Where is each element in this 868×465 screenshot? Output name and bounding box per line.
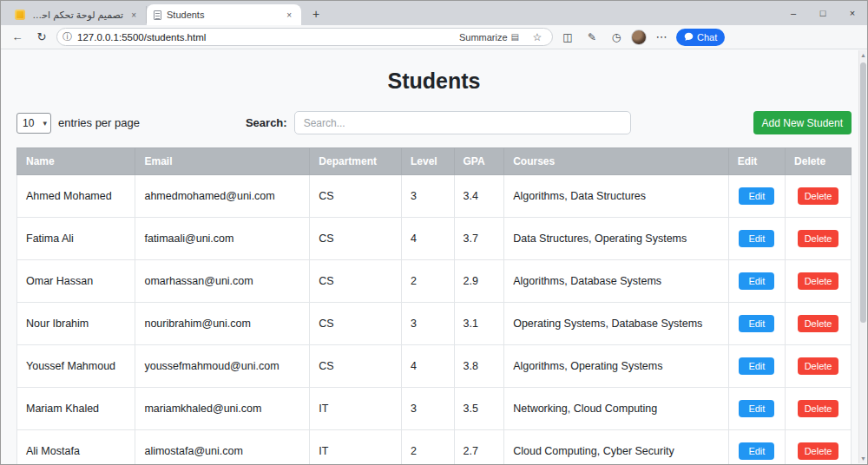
cell-email: youssefmahmoud@uni.com [135, 345, 310, 388]
edit-button[interactable]: Edit [739, 442, 774, 460]
delete-button[interactable]: Delete [798, 442, 839, 460]
edit-button[interactable]: Edit [739, 187, 774, 205]
cell-department: IT [310, 388, 402, 430]
copilot-chat-button[interactable]: Chat [676, 29, 725, 46]
search-label: Search: [246, 116, 287, 129]
cell-name: Omar Hassan [17, 260, 135, 303]
minimize-button[interactable]: – [779, 1, 808, 25]
delete-button[interactable]: Delete [798, 315, 839, 332]
cell-gpa: 3.5 [454, 388, 504, 430]
tab-title: تصميم لوحة تحكم احترافية ونظام إدار [30, 10, 123, 21]
cell-email: fatimaali@uni.com [135, 218, 310, 260]
cell-name: Ali Mostafa [17, 430, 135, 465]
maximize-button[interactable]: □ [808, 1, 838, 25]
scroll-down-icon[interactable]: ▼ [859, 455, 867, 462]
search-group: Search: [246, 111, 631, 134]
profile-avatar[interactable] [631, 29, 647, 45]
summarize-button[interactable]: Summarize ▤ [456, 31, 523, 43]
table-header-row: Name Email Department Level GPA Courses … [17, 148, 852, 175]
split-screen-icon[interactable]: ◫ [558, 28, 577, 47]
cell-courses: Algorithms, Database Systems [504, 260, 729, 303]
edit-button[interactable]: Edit [739, 272, 774, 290]
header-email: Email [135, 148, 310, 175]
scroll-up-icon[interactable]: ▲ [859, 52, 867, 58]
cell-courses: Cloud Computing, Cyber Security [504, 430, 729, 465]
entries-per-page-select[interactable]: 10 ▾ [16, 113, 51, 134]
browser-window: تصميم لوحة تحكم احترافية ونظام إدار × St… [0, 0, 868, 465]
cell-department: CS [310, 175, 402, 218]
cell-email: alimostafa@uni.com [135, 430, 310, 465]
table-row: Youssef Mahmoud youssefmahmoud@uni.com C… [17, 345, 852, 388]
tab-students[interactable]: Students × [147, 4, 301, 25]
favorites-star-icon[interactable]: ☆ [528, 28, 547, 47]
page-title: Students [1, 49, 867, 111]
tab-dashboard[interactable]: تصميم لوحة تحكم احترافية ونظام إدار × [8, 6, 147, 23]
cell-courses: Data Structures, Operating Systems [504, 218, 729, 260]
table-row: Omar Hassan omarhassan@uni.com CS 2 2.9 … [17, 260, 852, 303]
cell-level: 3 [402, 388, 455, 430]
search-input[interactable] [294, 111, 631, 134]
header-name: Name [17, 148, 135, 175]
table-controls: 10 ▾ entries per page Search: Add New St… [1, 111, 867, 134]
summarize-icon: ▤ [511, 32, 519, 42]
delete-button[interactable]: Delete [798, 230, 839, 247]
refresh-icon[interactable]: ↻ [32, 28, 51, 47]
delete-button[interactable]: Delete [798, 357, 839, 375]
edit-button[interactable]: Edit [739, 230, 774, 247]
header-courses: Courses [504, 148, 729, 175]
table-row: Ali Mostafa alimostafa@uni.com IT 2 2.7 … [17, 430, 852, 465]
cell-email: mariamkhaled@uni.com [135, 388, 310, 430]
table-row: Mariam Khaled mariamkhaled@uni.com IT 3 … [17, 388, 852, 430]
header-level: Level [402, 148, 455, 175]
delete-button[interactable]: Delete [798, 272, 839, 290]
cell-gpa: 3.1 [454, 303, 504, 345]
page-scrollbar[interactable]: ▲ ▼ [858, 50, 866, 463]
entries-per-page-value: 10 [23, 117, 34, 129]
add-new-student-button[interactable]: Add New Student [753, 111, 852, 134]
cell-level: 4 [402, 345, 455, 388]
edit-collections-icon[interactable]: ✎ [582, 28, 602, 47]
site-info-icon[interactable]: ⓘ [62, 30, 72, 43]
cell-courses: Algorithms, Data Structures [504, 175, 729, 218]
cell-department: CS [310, 260, 402, 303]
edit-button[interactable]: Edit [739, 315, 774, 332]
students-table: Name Email Department Level GPA Courses … [16, 147, 852, 465]
cell-gpa: 2.9 [454, 260, 504, 303]
tab-favicon [15, 10, 25, 20]
cell-email: ahmedmohamed@uni.com [135, 175, 310, 218]
tab-close-icon[interactable]: × [128, 10, 139, 21]
tab-bar: تصميم لوحة تحكم احترافية ونظام إدار × St… [1, 1, 867, 25]
scrollbar-thumb[interactable] [860, 62, 866, 323]
delete-button[interactable]: Delete [798, 187, 839, 205]
delete-button[interactable]: Delete [798, 400, 839, 417]
tab-close-icon[interactable]: × [284, 10, 294, 21]
edit-button[interactable]: Edit [739, 357, 774, 375]
table-row: Fatima Ali fatimaali@uni.com CS 4 3.7 Da… [17, 218, 852, 260]
back-icon[interactable]: ← [8, 28, 27, 47]
table-row: Ahmed Mohamed ahmedmohamed@uni.com CS 3 … [17, 175, 852, 218]
cell-name: Ahmed Mohamed [17, 175, 135, 218]
close-window-button[interactable]: × [838, 1, 867, 25]
chat-label: Chat [697, 32, 717, 43]
table-row: Nour Ibrahim nouribrahim@uni.com CS 3 3.… [17, 303, 852, 345]
header-department: Department [310, 148, 402, 175]
header-gpa: GPA [454, 148, 504, 175]
cell-department: CS [310, 345, 402, 388]
header-delete: Delete [786, 148, 852, 175]
edit-button[interactable]: Edit [739, 400, 774, 417]
header-edit: Edit [728, 148, 785, 175]
settings-menu-icon[interactable]: ⋯ [652, 28, 671, 47]
students-page: Students 10 ▾ entries per page Search: A… [1, 49, 867, 465]
history-icon[interactable]: ◷ [607, 28, 626, 47]
cell-gpa: 3.4 [454, 175, 504, 218]
cell-name: Mariam Khaled [17, 388, 135, 430]
cell-level: 4 [402, 218, 455, 260]
address-bar[interactable]: ⓘ 127.0.0.1:5500/students.html Summarize… [56, 28, 553, 46]
cell-department: IT [310, 430, 402, 465]
navigation-bar: ← ↻ ⓘ 127.0.0.1:5500/students.html Summa… [1, 25, 867, 49]
cell-level: 3 [402, 175, 455, 218]
new-tab-button[interactable]: + [306, 4, 326, 23]
cell-gpa: 2.7 [454, 430, 504, 465]
cell-gpa: 3.7 [454, 218, 504, 260]
summarize-label: Summarize [459, 32, 508, 43]
